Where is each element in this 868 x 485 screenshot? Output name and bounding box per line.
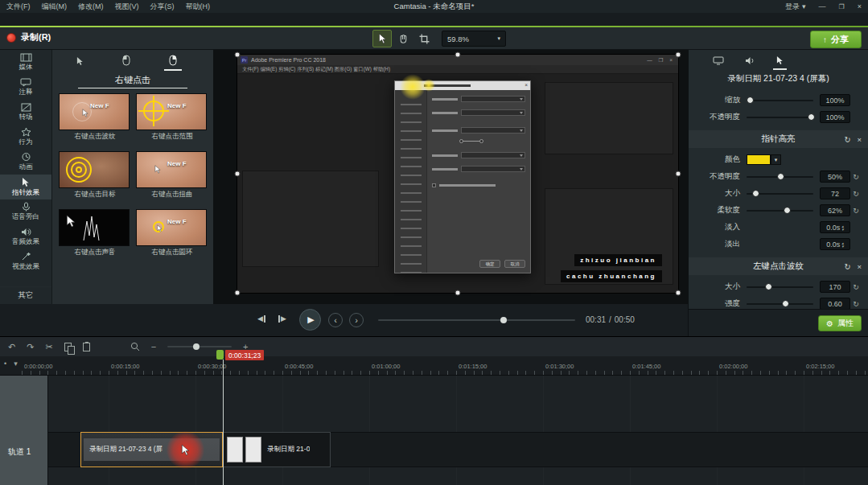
collapse-tracks-icon[interactable]: ▾ [14,360,18,368]
sidebar-item-animations[interactable]: 动画 [0,150,51,175]
effect-item[interactable]: 右键点击声音 [59,209,131,264]
remove-section-icon[interactable]: × [857,262,862,271]
remove-section-icon[interactable]: × [857,135,862,144]
selection-handle[interactable] [676,290,681,296]
reset-icon[interactable]: ↻ [850,190,862,198]
sidebar-item-behaviors[interactable]: 行为 [0,125,51,150]
knob[interactable] [782,300,789,307]
selection-handle[interactable] [235,290,241,296]
effect-item[interactable]: 右键点击目标 [59,151,131,206]
sidebar-item-cursor-effects[interactable]: 指针效果 [0,175,51,199]
timeline-clip-2[interactable]: 录制日期 21-0 [223,432,331,467]
prev-frame-button[interactable]: ◀ [257,314,265,323]
softness-value[interactable]: 62% [820,204,850,216]
opacity-value[interactable]: 100% [820,111,850,123]
share-button[interactable]: ↑ 分享 [810,31,862,48]
menu-view[interactable]: 视图(V) [115,2,139,12]
selection-handle[interactable] [676,171,681,177]
timeline-zoom-knob[interactable] [193,343,200,350]
ripple-size-slider[interactable] [747,283,813,291]
selection-handle[interactable] [235,171,241,177]
selection-handle[interactable] [455,290,461,296]
reset-icon[interactable]: ↻ [850,300,862,308]
menu-share[interactable]: 分享(S) [150,2,175,12]
softness-slider[interactable] [747,207,813,215]
seek-knob[interactable] [500,317,507,323]
jump-back-button[interactable]: ‹ [328,313,343,327]
selection-handle[interactable] [676,52,681,58]
sidebar-item-more[interactable]: 其它 [0,286,51,304]
fade-out-value[interactable]: 0.0s▴▾ [820,238,850,250]
reset-section-icon[interactable]: ↻ [844,262,850,271]
sidebar-item-audio-effects[interactable]: 音频效果 [0,224,51,249]
tab-left-click[interactable] [122,55,130,68]
highlight-opacity-value[interactable]: 50% [820,171,850,183]
knob[interactable] [784,207,791,214]
knob[interactable] [777,173,784,180]
tab-right-click[interactable] [169,55,177,68]
tab-cursor[interactable] [76,56,84,68]
tab-visual-properties[interactable] [711,53,726,68]
crop-tool-button[interactable] [414,30,434,47]
effect-item[interactable]: New F 右键点击范围 [136,93,208,148]
knob[interactable] [765,283,772,290]
playhead-handle[interactable] [216,350,224,360]
copy-button[interactable] [64,343,72,351]
canvas-zoom-dropdown[interactable]: 59.8% ▾ [442,31,506,47]
reset-section-icon[interactable]: ↻ [844,135,850,144]
seek-slider[interactable] [378,319,575,321]
redo-button[interactable]: ↷ [27,342,34,352]
minimize-button[interactable]: — [819,2,826,10]
scale-knob[interactable] [747,97,754,104]
effect-item[interactable]: New F 右键点击扭曲 [136,151,208,206]
close-button[interactable]: × [858,2,862,10]
jump-forward-button[interactable]: › [349,313,364,327]
tab-audio-properties[interactable] [743,53,757,68]
stepper-down-icon[interactable]: ▾ [841,245,844,248]
preview-canvas[interactable]: Pr Adobe Premiere Pro CC 2018 — ❐ × 文件(F… [213,50,688,304]
highlight-opacity-slider[interactable] [747,173,813,181]
color-dropdown[interactable]: ▾ [771,154,781,165]
sidebar-item-voice-narration[interactable]: 语音旁白 [0,199,51,224]
marker-icon[interactable]: • [4,360,6,368]
fade-in-value[interactable]: 0.0s▴▾ [820,221,850,233]
tab-cursor-properties[interactable] [775,52,785,68]
scale-slider[interactable] [747,97,813,105]
timeline-ruler[interactable]: • ▾ 0:00:00;00 0:00:15;00 0:00:30;00 0:0… [0,356,868,376]
effect-item[interactable]: New F 右键点击波纹 [59,93,131,148]
reset-icon[interactable]: ↻ [850,207,862,215]
cut-button[interactable]: ✂ [45,342,52,352]
sidebar-item-media[interactable]: 媒体 [0,50,51,75]
stepper-down-icon[interactable]: ▾ [841,228,844,231]
ripple-size-value[interactable]: 170 [820,281,850,293]
properties-button[interactable]: ⚙ 属性 [818,315,862,331]
highlight-size-slider[interactable] [747,190,813,198]
playhead-line[interactable] [223,360,224,485]
timeline-clip-1[interactable]: 录制日期 21-07-23 4 (屏 [80,432,223,467]
ripple-strength-value[interactable]: 0.60 [820,298,850,310]
pan-tool-button[interactable] [393,30,413,47]
menu-modify[interactable]: 修改(M) [78,2,104,12]
login-button[interactable]: 登录 ▾ [785,2,806,12]
opacity-slider[interactable] [747,113,813,121]
timeline-zoom-out-button[interactable]: − [151,342,156,351]
selection-handle[interactable] [455,52,461,58]
scale-value[interactable]: 100% [820,94,850,106]
knob[interactable] [752,190,759,197]
next-frame-button[interactable]: ▶ [278,314,286,323]
menu-edit[interactable]: 编辑(M) [42,2,68,12]
record-button[interactable]: 录制(R) [6,31,51,43]
selection-handle[interactable] [235,52,241,58]
timeline-zoom-slider[interactable] [167,346,232,347]
opacity-knob[interactable] [808,113,815,121]
video-frame[interactable]: Pr Adobe Premiere Pro CC 2018 — ❐ × 文件(F… [237,55,678,293]
menu-file[interactable]: 文件(F) [6,2,31,12]
reset-icon[interactable]: ↻ [850,173,862,181]
sidebar-item-annotations[interactable]: 注释 [0,75,51,100]
select-tool-button[interactable] [372,30,392,47]
undo-button[interactable]: ↶ [8,342,15,352]
play-button[interactable]: ▶ [299,309,321,331]
menu-help[interactable]: 帮助(H) [186,2,211,12]
maximize-button[interactable]: ❐ [839,3,845,10]
sidebar-item-transitions[interactable]: 转场 [0,100,51,125]
